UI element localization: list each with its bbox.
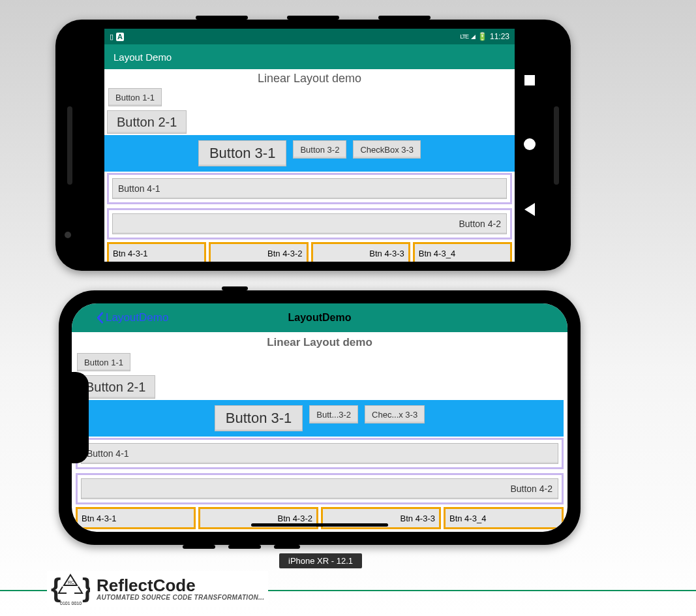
ios-button-4-1[interactable]: Button 4-1 [81, 443, 558, 464]
android-screen: ▯ A LTE ◢ 🔋 11:23 Layout Demo Linear Lay… [104, 29, 515, 262]
brand-block: { } RC 0101 0010 ReflectCode AUTOMATED S… [47, 571, 268, 607]
android-status-bar: ▯ A LTE ◢ 🔋 11:23 [104, 29, 515, 44]
iphone-bottom-button-2 [228, 545, 261, 549]
android-speaker-right [554, 106, 559, 185]
button-4-3-4[interactable]: Btn 4-3_4 [413, 242, 512, 262]
ios-section-title: Linear Layout demo [72, 332, 567, 352]
button-4-3-1[interactable]: Btn 4-3-1 [107, 242, 206, 262]
ios-button-4-3-4[interactable]: Btn 4-3_4 [444, 507, 564, 529]
iphone-device-frame: LayoutDemo LayoutDemo Linear Layout demo… [59, 290, 581, 545]
brand-name: ReflectCode [97, 577, 264, 594]
brand-logo-small: RC [68, 580, 74, 585]
nav-back-icon[interactable] [524, 203, 535, 216]
button-3-1[interactable]: Button 3-1 [198, 140, 287, 166]
ios-checkbox-3-3[interactable]: Chec...x 3-3 [365, 405, 425, 424]
signal-icon: ◢ [471, 33, 475, 40]
ios-row-4-3: Btn 4-3-1 Btn 4-3-2 Btn 4-3-3 Btn 4-3_4 [76, 507, 564, 531]
android-speaker-left [67, 106, 72, 185]
ios-button-3-1[interactable]: Button 3-1 [215, 405, 303, 431]
ios-row-4-2-wrap: Button 4-2 [76, 473, 564, 504]
button-4-2[interactable]: Button 4-2 [112, 213, 507, 234]
ios-nav-title: LayoutDemo [288, 312, 352, 324]
app-icon: A [116, 33, 124, 41]
android-app-bar: Layout Demo [104, 44, 515, 69]
sim-icon: ▯ [110, 33, 113, 41]
android-device-frame: ▯ A LTE ◢ 🔋 11:23 Layout Demo Linear Lay… [55, 20, 571, 271]
row-4-3: Btn 4-3-1 Btn 4-3-2 Btn 4-3-3 Btn 4-3_4 [107, 242, 512, 262]
svg-text:}: } [82, 574, 90, 602]
svg-text:{: { [51, 574, 61, 602]
ios-button-3-2[interactable]: Butt...3-2 [309, 405, 358, 424]
button-4-3-3[interactable]: Btn 4-3-3 [311, 242, 410, 262]
nav-recent-icon[interactable] [524, 75, 535, 85]
row-4-1-wrap: Button 4-1 [107, 173, 512, 204]
android-camera [65, 232, 71, 238]
chevron-left-icon [95, 312, 104, 324]
nav-home-icon[interactable] [524, 138, 536, 150]
battery-icon: 🔋 [477, 32, 487, 41]
button-4-3-2[interactable]: Btn 4-3-2 [209, 242, 308, 262]
ios-button-4-2[interactable]: Button 4-2 [81, 478, 558, 499]
device-caption: iPhone XR - 12.1 [279, 553, 362, 568]
ios-row-4-1-wrap: Button 4-1 [76, 438, 564, 469]
button-4-1[interactable]: Button 4-1 [112, 178, 507, 199]
button-2-1[interactable]: Button 2-1 [107, 110, 187, 134]
ios-row-3: Button 3-1 Butt...3-2 Chec...x 3-3 [76, 400, 564, 437]
iphone-home-indicator[interactable] [251, 523, 388, 527]
button-1-1[interactable]: Button 1-1 [108, 88, 162, 106]
brand-logo-bits: 0101 0010 [60, 601, 82, 606]
row-4-2-wrap: Button 4-2 [107, 208, 512, 239]
app-bar-title: Layout Demo [113, 52, 172, 63]
status-time: 11:23 [490, 32, 509, 41]
row-3: Button 3-1 Button 3-2 CheckBox 3-3 [104, 135, 515, 172]
ios-button-1-1[interactable]: Button 1-1 [77, 353, 130, 371]
brand-tagline: AUTOMATED SOURCE CODE TRANSFORMATION... [97, 594, 264, 601]
iphone-side-button [222, 286, 248, 290]
android-nav-bar [515, 29, 545, 262]
lte-icon: LTE [460, 33, 468, 40]
brand-logo: { } RC 0101 0010 [51, 571, 90, 607]
iphone-bottom-button-1 [183, 545, 215, 549]
iphone-bottom-button-3 [274, 545, 300, 549]
ios-button-4-3-1[interactable]: Btn 4-3-1 [76, 507, 196, 529]
iphone-screen: LayoutDemo LayoutDemo Linear Layout demo… [72, 303, 567, 532]
section-title: Linear Layout demo [104, 69, 515, 87]
ios-nav-bar: LayoutDemo LayoutDemo [72, 303, 567, 332]
button-3-2[interactable]: Button 3-2 [293, 140, 346, 159]
ios-back-label: LayoutDemo [106, 311, 168, 324]
ios-back-button[interactable]: LayoutDemo [95, 311, 168, 324]
iphone-notch [72, 372, 89, 463]
android-top-buttons [196, 16, 431, 20]
checkbox-3-3[interactable]: CheckBox 3-3 [353, 140, 421, 159]
